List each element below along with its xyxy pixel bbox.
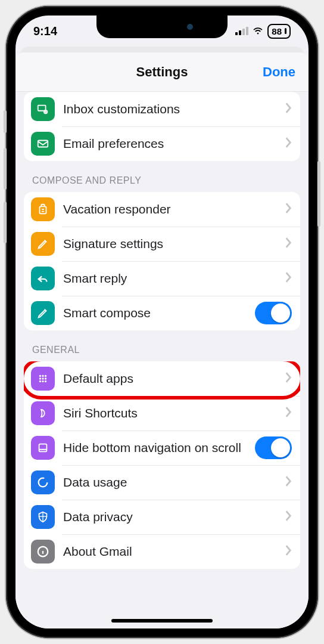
row-smart-compose[interactable]: Smart compose: [24, 296, 300, 330]
row-default-apps[interactable]: Default apps: [24, 361, 300, 396]
svg-point-4: [39, 375, 41, 377]
done-button[interactable]: Done: [263, 64, 295, 80]
screen: 9:14 88 Settings Done: [15, 16, 309, 628]
svg-point-9: [45, 377, 46, 379]
row-label: Siri Shortcuts: [63, 405, 280, 421]
svg-point-12: [45, 380, 46, 382]
svg-point-11: [42, 380, 43, 382]
inbox-icon: [31, 97, 55, 121]
chevron-right-icon: [280, 271, 292, 286]
svg-point-8: [42, 377, 43, 379]
settings-sheet: Settings Done Inbox customizations: [15, 52, 309, 628]
notch: [96, 16, 228, 38]
chevron-right-icon: [280, 237, 292, 252]
svg-point-5: [42, 375, 43, 377]
svg-rect-3: [40, 206, 46, 213]
row-label: Hide bottom navigation on scroll: [63, 440, 255, 456]
row-label: Signature settings: [63, 236, 280, 252]
chevron-right-icon: [280, 406, 292, 421]
svg-rect-13: [39, 444, 47, 452]
row-label: Data privacy: [63, 509, 280, 525]
battery-indicator: 88: [267, 24, 291, 39]
row-data-usage[interactable]: Data usage: [24, 465, 300, 500]
row-inbox-customizations[interactable]: Inbox customizations: [24, 92, 300, 126]
section-header-general: GENERAL: [24, 330, 300, 361]
settings-content[interactable]: Inbox customizations Email preferences C…: [15, 92, 309, 628]
volume-up: [4, 148, 7, 190]
row-signature-settings[interactable]: Signature settings: [24, 227, 300, 261]
chevron-right-icon: [280, 371, 292, 386]
chevron-right-icon: [280, 544, 292, 559]
row-smart-reply[interactable]: Smart reply: [24, 261, 300, 296]
row-about-gmail[interactable]: About Gmail: [24, 534, 300, 569]
pen-icon: [31, 232, 55, 256]
row-vacation-responder[interactable]: Vacation responder: [24, 192, 300, 227]
compose-icon: [31, 301, 55, 325]
row-label: Inbox customizations: [63, 101, 280, 117]
chevron-right-icon: [280, 137, 292, 151]
row-email-preferences[interactable]: Email preferences: [24, 126, 300, 161]
wifi-icon: [252, 25, 264, 37]
hide-bottom-nav-toggle[interactable]: [255, 436, 292, 459]
row-data-privacy[interactable]: Data privacy: [24, 500, 300, 534]
group-mail: Inbox customizations Email preferences: [24, 92, 300, 161]
info-icon: [31, 540, 55, 564]
row-label: Smart reply: [63, 271, 280, 286]
shield-icon: [31, 505, 55, 529]
chevron-right-icon: [280, 475, 292, 490]
bottom-nav-icon: [31, 436, 55, 460]
page-title: Settings: [136, 64, 188, 80]
cell-signal-icon: [235, 27, 248, 35]
svg-rect-0: [38, 106, 46, 111]
row-label: Default apps: [63, 371, 280, 386]
siri-icon: [31, 401, 55, 425]
navbar: Settings Done: [15, 52, 309, 92]
volume-down: [4, 202, 7, 243]
svg-rect-2: [38, 141, 48, 147]
row-label: Vacation responder: [63, 202, 280, 217]
group-general: Default apps Siri Shortcuts: [24, 361, 300, 569]
mute-switch: [4, 110, 7, 133]
row-label: Email preferences: [63, 136, 280, 151]
svg-point-14: [39, 478, 48, 487]
row-label: About Gmail: [63, 544, 280, 559]
luggage-icon: [31, 197, 55, 221]
reply-icon: [31, 267, 55, 290]
phone-frame: 9:14 88 Settings Done: [6, 6, 318, 638]
svg-point-7: [39, 377, 41, 379]
data-usage-icon: [31, 470, 55, 494]
section-header-compose: COMPOSE AND REPLY: [24, 161, 300, 192]
home-indicator[interactable]: [111, 619, 213, 623]
row-siri-shortcuts[interactable]: Siri Shortcuts: [24, 396, 300, 431]
group-compose: Vacation responder Signature settings: [24, 192, 300, 330]
chevron-right-icon: [280, 202, 292, 217]
chevron-right-icon: [280, 102, 292, 117]
svg-point-10: [39, 380, 41, 382]
chevron-right-icon: [280, 510, 292, 525]
svg-point-6: [45, 375, 46, 377]
power-button: [317, 161, 320, 227]
row-label: Data usage: [63, 475, 280, 490]
row-label: Smart compose: [63, 305, 255, 321]
mail-icon: [31, 132, 55, 156]
smart-compose-toggle[interactable]: [255, 302, 292, 324]
row-hide-bottom-nav[interactable]: Hide bottom navigation on scroll: [24, 431, 300, 465]
status-time: 9:14: [33, 24, 57, 38]
apps-grid-icon: [31, 367, 55, 391]
